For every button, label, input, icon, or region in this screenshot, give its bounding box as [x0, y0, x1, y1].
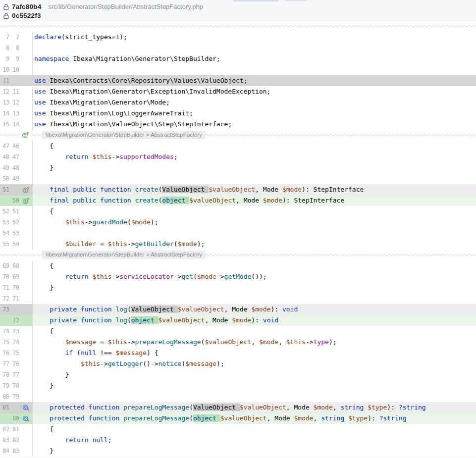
- gutter-icon-slot: [19, 402, 32, 413]
- code-text[interactable]: private function log(ValueObject $valueO…: [33, 304, 476, 315]
- gutter-icon-slot: [19, 152, 32, 162]
- code-text[interactable]: final public function create(ValueObject…: [33, 184, 476, 195]
- code-text[interactable]: final public function create(object $val…: [33, 195, 476, 206]
- line-number-new: 76: [10, 358, 19, 369]
- line-number-new: 75: [10, 348, 19, 358]
- implements-icon[interactable]: [22, 197, 30, 204]
- line-number-new: 9: [10, 53, 19, 64]
- line-number-old: 69: [0, 260, 9, 271]
- line-number-old: 77: [0, 358, 9, 369]
- code-line: 5049: [0, 173, 476, 184]
- code-text[interactable]: use Ibexa\Contracts\Core\Repository\Valu…: [33, 75, 476, 86]
- line-number-new: 52: [10, 217, 19, 228]
- implements-icon[interactable]: [22, 186, 30, 194]
- gutter: 73: [0, 304, 33, 315]
- code-line: 77declare(strict_types=1);: [0, 32, 476, 43]
- code-text[interactable]: {: [33, 260, 476, 271]
- gutter-icon-slot: [19, 184, 32, 195]
- code-text[interactable]: [33, 43, 476, 53]
- code-text[interactable]: $message = $this->prepareLogMessage($val…: [33, 337, 476, 348]
- commit-hash-a[interactable]: 7afc80b4: [12, 2, 41, 11]
- gutter-icon-wrap[interactable]: [20, 131, 31, 139]
- gutter: 99: [0, 53, 33, 64]
- gutter-icon-slot: [19, 413, 32, 424]
- code-text[interactable]: use Ibexa\Migration\ValueObject\Step\Ste…: [33, 119, 476, 130]
- line-number-new: 82: [10, 435, 19, 446]
- code-text[interactable]: return $this->supportedModes;: [33, 152, 476, 162]
- code-text[interactable]: use Ibexa\Migration\Log\LoggerAwareTrait…: [33, 108, 476, 119]
- code-text[interactable]: {: [33, 206, 476, 217]
- line-number-old: 9: [0, 53, 9, 64]
- code-text[interactable]: [33, 293, 476, 304]
- gutter: 88: [0, 43, 33, 53]
- gutter-icon-slot: [19, 435, 32, 446]
- code-text[interactable]: {: [33, 424, 476, 435]
- code-text[interactable]: }: [33, 446, 476, 457]
- line-number-new: 79: [10, 391, 19, 402]
- code-text[interactable]: use Ibexa\Migration\Generator\Exception\…: [33, 86, 476, 97]
- code-line: 1211use Ibexa\Migration\Generator\Except…: [0, 86, 476, 97]
- line-number-old: 53: [0, 217, 9, 228]
- line-number-new: [10, 75, 19, 86]
- gutter: 4847: [0, 152, 33, 162]
- code-text[interactable]: {: [33, 326, 476, 337]
- gutter-icon-slot: [19, 282, 32, 293]
- fold-breadcrumb[interactable]: \Ibexa\Migration\Generator\StepBuilder >…: [42, 251, 206, 259]
- code-text[interactable]: [33, 173, 476, 184]
- code-text[interactable]: $this->getLogger()->notice($message);: [33, 358, 476, 369]
- code-text[interactable]: }: [33, 369, 476, 380]
- line-number-old: [0, 413, 9, 424]
- line-number-old: 81: [0, 402, 9, 413]
- line-number-old: 80: [0, 391, 9, 402]
- code-text[interactable]: {: [33, 141, 476, 152]
- commit-hash-b[interactable]: 0c5522f3: [12, 11, 41, 20]
- code-line: 7675 if (null !== $message) {: [0, 348, 476, 358]
- code-text[interactable]: [33, 228, 476, 239]
- code-text[interactable]: namespace Ibexa\Migration\Generator\Step…: [33, 53, 476, 64]
- fold-breadcrumb[interactable]: \Ibexa\Migration\Generator\StepBuilder >…: [42, 131, 206, 139]
- gutter: 8483: [0, 446, 33, 457]
- code-text[interactable]: $this->guardMode($mode);: [33, 217, 476, 228]
- overridden-icon[interactable]: [22, 415, 30, 422]
- code-text[interactable]: return null;: [33, 435, 476, 446]
- code-line: 1413use Ibexa\Migration\Log\LoggerAwareT…: [0, 108, 476, 119]
- code-text[interactable]: use Ibexa\Migration\Generator\Mode;: [33, 97, 476, 108]
- code-text[interactable]: protected function prepareLogMessage(Val…: [33, 402, 476, 413]
- code-text[interactable]: protected function prepareLogMessage(obj…: [33, 413, 476, 424]
- line-number-old: 15: [0, 119, 9, 130]
- file-path: src/lib/Generator/StepBuilder/AbstractSt…: [48, 2, 203, 11]
- gutter: 1312: [0, 97, 33, 108]
- code-line: 4746 {: [0, 141, 476, 152]
- gutter-icon-slot: [19, 293, 32, 304]
- cutoff-ui-fragment: [233, 0, 279, 1]
- gutter: 5049: [0, 173, 33, 184]
- code-text[interactable]: return $this->serviceLocator->get($mode-…: [33, 271, 476, 282]
- code-line: 1312use Ibexa\Migration\Generator\Mode;: [0, 97, 476, 108]
- gutter: 1514: [0, 119, 33, 130]
- code-line: 99namespace Ibexa\Migration\Generator\St…: [0, 53, 476, 64]
- code-line: 8382 return null;: [0, 435, 476, 446]
- code-text[interactable]: [33, 391, 476, 402]
- gutter: 8079: [0, 391, 33, 402]
- line-number-old: 84: [0, 446, 9, 457]
- gutter-icon-slot: [19, 195, 32, 206]
- code-text[interactable]: $builder = $this->getBuilder($mode);: [33, 239, 476, 250]
- gutter: 77: [0, 32, 33, 43]
- overridden-icon[interactable]: [22, 404, 30, 411]
- code-text[interactable]: private function log(object $valueObject…: [33, 315, 476, 326]
- line-number-new: 7: [10, 32, 19, 43]
- gutter: 7271: [0, 293, 33, 304]
- cutoff-ui-fragment: [285, 0, 307, 1]
- gutter-icon-slot: [19, 217, 32, 228]
- code-text[interactable]: }: [33, 380, 476, 391]
- code-text[interactable]: if (null !== $message) {: [33, 348, 476, 358]
- line-number-new: 46: [10, 141, 19, 152]
- code-text[interactable]: }: [33, 282, 476, 293]
- code-text[interactable]: }: [33, 162, 476, 173]
- implements-icon[interactable]: [22, 131, 29, 139]
- code-line: 11use Ibexa\Contracts\Core\Repository\Va…: [0, 75, 476, 86]
- diff-header: 7afc80b4 src/lib/Generator/StepBuilder/A…: [0, 0, 476, 22]
- gutter-icon-slot: [19, 446, 32, 457]
- code-text[interactable]: declare(strict_types=1);: [33, 32, 476, 43]
- code-text[interactable]: [33, 64, 476, 75]
